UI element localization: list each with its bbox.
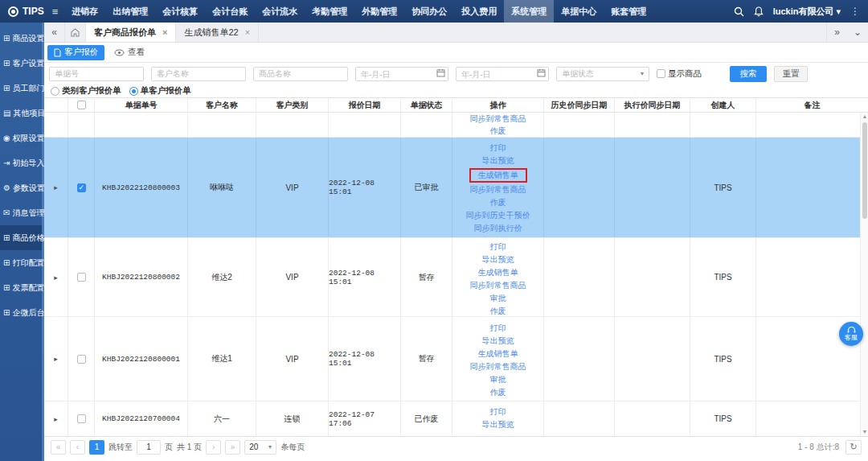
op-print-link[interactable]: 打印: [452, 322, 543, 335]
op-void-link[interactable]: 作废: [452, 305, 543, 316]
top-menu-item[interactable]: 会计台账: [205, 0, 255, 23]
op-approve-link[interactable]: 审批: [452, 292, 543, 305]
top-menu-item[interactable]: 协同办公: [404, 0, 454, 23]
start-date-input[interactable]: [355, 67, 448, 81]
end-date-field[interactable]: [456, 66, 549, 82]
sidebar-item-parameters[interactable]: ⚙参数设置: [0, 175, 42, 200]
product-name-input[interactable]: [253, 67, 348, 81]
hamburger-icon[interactable]: ≡: [52, 6, 59, 18]
expand-row-icon[interactable]: ▸: [54, 183, 58, 191]
op-approve-link[interactable]: 审批: [452, 373, 543, 386]
expand-tabs-icon[interactable]: »: [826, 23, 847, 42]
op-void-link[interactable]: 作废: [452, 196, 543, 209]
goto-page-input[interactable]: [137, 440, 161, 455]
radio-icon[interactable]: [51, 87, 59, 96]
customer-service-bubble[interactable]: 客服: [839, 322, 863, 346]
expand-row-icon[interactable]: ▸: [54, 415, 58, 423]
status-select[interactable]: 单据状态 ▾: [556, 67, 649, 81]
doc-no-input[interactable]: [49, 67, 144, 81]
table-row[interactable]: ▸ KHBJ2022120700004 六一 连锁 2022-12-07 17:…: [44, 401, 868, 436]
prev-page-button[interactable]: ‹: [70, 440, 85, 455]
tab-customer-quote[interactable]: 客户商品报价单 ×: [86, 23, 176, 42]
sidebar-item-messages[interactable]: ✉消息管理: [0, 200, 42, 225]
sidebar-item-customer-settings[interactable]: ⊞客户设置: [0, 51, 42, 76]
sidebar-item-initial-import[interactable]: ⇥初始导入: [0, 150, 42, 175]
op-print-link[interactable]: 打印: [452, 405, 543, 418]
sidebar-item-print-config[interactable]: ⊞打印配置: [0, 250, 42, 275]
bell-icon[interactable]: [754, 6, 764, 17]
top-menu-item[interactable]: 会计流水: [255, 0, 305, 23]
sidebar-item-other-projects[interactable]: ▤其他项目: [0, 101, 42, 126]
op-generate-sales-order-link[interactable]: 生成销售单: [452, 266, 543, 279]
sidebar-item-staff-dept[interactable]: ⊞员工部门: [0, 76, 42, 101]
page-size-select[interactable]: 20 ▾: [244, 440, 276, 455]
top-menu-item[interactable]: 外勤管理: [354, 0, 404, 23]
close-icon[interactable]: ×: [162, 27, 167, 37]
reset-button[interactable]: 重置: [774, 66, 808, 82]
radio-category-quote[interactable]: 类别客户报价单: [51, 85, 121, 97]
end-date-input[interactable]: [456, 67, 549, 81]
scroll-down-icon[interactable]: ▼: [861, 428, 868, 436]
op-void-link[interactable]: 作废: [452, 386, 543, 399]
scrollbar-thumb[interactable]: [862, 122, 867, 219]
op-sync-regular-goods-link[interactable]: 同步到常售商品: [452, 360, 543, 373]
op-generate-sales-order-link[interactable]: 生成销售单: [452, 348, 543, 360]
op-sync-exec-price-link[interactable]: 同步到执行价: [452, 222, 543, 235]
checkbox-checked-icon[interactable]: [77, 183, 86, 192]
last-page-button[interactable]: »: [225, 440, 240, 455]
top-menu-item[interactable]: 单据中心: [554, 0, 604, 23]
search-icon[interactable]: [734, 6, 744, 17]
op-print-link[interactable]: 打印: [452, 142, 543, 154]
op-export-preview-link[interactable]: 导出预览: [452, 253, 543, 266]
op-sync-regular-goods-link[interactable]: 同步到常售商品: [452, 113, 543, 125]
select-all-checkbox[interactable]: [68, 98, 95, 112]
scroll-up-icon[interactable]: ▲: [861, 113, 868, 121]
search-button[interactable]: 搜索: [730, 66, 767, 82]
current-page-button[interactable]: 1: [89, 440, 104, 455]
op-generate-sales-order-link[interactable]: 生成销售单: [478, 170, 518, 181]
sidebar-item-goods-price[interactable]: ⊞商品价格: [0, 225, 42, 250]
collapse-tabs-icon[interactable]: «: [44, 23, 65, 42]
table-row[interactable]: ▸ KHBJ2022120800002 维达2 VIP 2022-12-08 1…: [44, 238, 868, 317]
checkbox-icon[interactable]: [657, 69, 665, 78]
top-menu-item[interactable]: 考勤管理: [305, 0, 354, 23]
checkbox-icon[interactable]: [77, 414, 86, 423]
op-export-preview-link[interactable]: 导出预览: [452, 154, 543, 167]
table-row[interactable]: ▸ KHBJ2022120800003 咻咻哒 VIP 2022-12-08 1…: [44, 138, 868, 238]
close-icon[interactable]: ×: [245, 27, 250, 37]
op-export-preview-link[interactable]: 导出预览: [452, 335, 543, 348]
start-date-field[interactable]: [355, 66, 448, 82]
next-page-button[interactable]: ›: [206, 440, 221, 455]
radio-icon[interactable]: [129, 87, 138, 96]
top-menu-item[interactable]: 账套管理: [604, 0, 653, 23]
sidebar-item-wecom-backend[interactable]: ⊞企微后台: [0, 300, 42, 325]
op-print-link[interactable]: 打印: [452, 241, 543, 253]
checkbox-icon[interactable]: [77, 273, 86, 282]
op-export-preview-link[interactable]: 导出预览: [452, 418, 543, 431]
top-menu-item[interactable]: 会计核算: [155, 0, 205, 23]
top-menu-item[interactable]: 投入费用: [454, 0, 504, 23]
first-page-button[interactable]: «: [51, 440, 66, 455]
refresh-icon[interactable]: ↻: [845, 440, 862, 455]
more-options-icon[interactable]: ⋮: [850, 6, 860, 17]
top-menu-item[interactable]: 出纳管理: [105, 0, 155, 23]
home-icon[interactable]: [65, 23, 86, 42]
sidebar-item-permissions[interactable]: ◉权限设置: [0, 126, 42, 150]
vertical-scrollbar[interactable]: ▲ ▼: [860, 113, 868, 436]
tab-generate-sales-order[interactable]: 生成销售单22 ×: [176, 23, 259, 42]
top-menu-item-active[interactable]: 系统管理: [504, 0, 554, 23]
customer-name-input[interactable]: [151, 67, 246, 81]
op-sync-history-price-link[interactable]: 同步到历史干预价: [452, 209, 543, 222]
company-dropdown[interactable]: luckin有限公司 ▾: [773, 6, 841, 18]
expand-row-icon[interactable]: ▸: [54, 355, 58, 363]
top-menu-item[interactable]: 进销存: [64, 0, 105, 23]
tab-menu-icon[interactable]: ⌄: [847, 23, 868, 42]
radio-single-customer-quote[interactable]: 单客户报价单: [129, 85, 191, 97]
op-sync-regular-goods-link[interactable]: 同步到常售商品: [452, 279, 543, 292]
show-product-checkbox[interactable]: 显示商品: [657, 68, 702, 80]
new-quote-button[interactable]: 客户报价: [47, 45, 104, 60]
checkbox-icon[interactable]: [77, 355, 86, 364]
sidebar-item-goods-settings[interactable]: ⊞商品设置: [0, 26, 42, 51]
op-void-link[interactable]: 作废: [452, 125, 543, 137]
sidebar-item-invoice-config[interactable]: ⊞发票配置: [0, 275, 42, 300]
